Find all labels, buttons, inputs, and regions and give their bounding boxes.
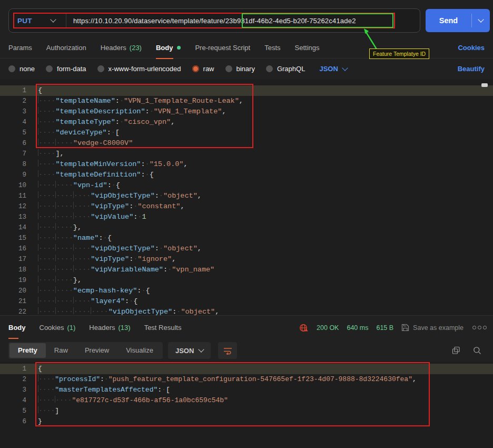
radio-raw[interactable]: raw: [192, 65, 214, 73]
postman-window: PUT https://10.10.20.90/dataservice/temp…: [0, 0, 493, 448]
radio-graphql[interactable]: GraphQL: [266, 65, 305, 73]
line-number: 14: [0, 222, 26, 233]
response-body-editor[interactable]: 1{2····"processId":·"push_feature_templa…: [0, 362, 493, 448]
send-options-button[interactable]: [472, 20, 490, 22]
line-number: 3: [0, 106, 26, 117]
radio-selected-icon: [192, 65, 199, 72]
radio-binary[interactable]: binary: [225, 65, 255, 73]
line-number: 5: [0, 128, 26, 138]
view-preview[interactable]: Preview: [76, 343, 117, 358]
code-line: 5····"deviceType":·[: [0, 128, 493, 138]
radio-none[interactable]: none: [8, 65, 35, 73]
line-number: 13: [0, 212, 26, 222]
code-line: 19········},: [0, 275, 493, 286]
view-visualize[interactable]: Visualize: [117, 343, 162, 358]
line-number: 2: [0, 96, 26, 106]
line-number: 2: [0, 374, 26, 385]
tab-body[interactable]: Body: [156, 37, 181, 59]
line-number: 3: [0, 385, 26, 395]
code-line: 6········"vedge-C8000V": [0, 138, 493, 149]
copy-button[interactable]: [452, 346, 460, 355]
response-language-select[interactable]: JSON: [168, 342, 211, 359]
copy-icon: [452, 346, 460, 355]
tab-pre-request-script[interactable]: Pre-request Script: [195, 37, 250, 59]
code-line: 15········"name":·{: [0, 233, 493, 244]
radio-icon: [97, 65, 104, 72]
send-button[interactable]: Send: [426, 9, 490, 32]
line-number: 15: [0, 233, 26, 244]
response-size[interactable]: 615 B: [376, 324, 393, 332]
line-number: 6: [0, 138, 26, 149]
line-number: 7: [0, 149, 26, 159]
url-prefix: https://10.10.20.90/dataservice/template…: [73, 17, 225, 25]
save-as-example-button[interactable]: Save as example: [401, 324, 464, 332]
request-body-editor[interactable]: 1{2····"templateName":·"VPN_1_Template_R…: [0, 79, 493, 315]
line-number: 9: [0, 170, 26, 180]
line-number: 16: [0, 244, 26, 254]
radio-x-www-form-urlencoded[interactable]: x-www-form-urlencoded: [97, 65, 181, 73]
response-tab-body[interactable]: Body: [8, 317, 26, 338]
url-input[interactable]: https://10.10.20.90/dataservice/template…: [66, 17, 356, 25]
more-options-button[interactable]: [472, 326, 487, 329]
tab-tests[interactable]: Tests: [264, 37, 280, 59]
wrap-text-button[interactable]: [218, 342, 237, 359]
search-icon: [473, 346, 481, 355]
language-select[interactable]: JSON: [319, 65, 347, 73]
code-line: 13············"vipValue":·1: [0, 212, 493, 222]
response-tools: [452, 346, 481, 355]
code-line: 3····"templateDescription":·"VPN_1_Templ…: [0, 106, 493, 117]
code-line: 7····],: [0, 149, 493, 159]
scrollbar-thumb[interactable]: [481, 83, 488, 87]
tab-authorization[interactable]: Authorization: [46, 37, 86, 59]
code-line: 10········"vpn-id":·{: [0, 180, 493, 191]
body-type-bar: none form-data x-www-form-urlencoded raw…: [0, 59, 493, 79]
tab-headers[interactable]: Headers(23): [101, 37, 142, 59]
request-tabs: Params Authorization Headers(23) Body Pr…: [0, 37, 493, 59]
view-raw[interactable]: Raw: [46, 343, 76, 358]
line-number: 6: [0, 416, 26, 427]
line-number: 10: [0, 180, 26, 191]
code-line: 4········"e817727c-d53f-466b-af56-1a0bc6…: [0, 395, 493, 406]
radio-icon: [266, 65, 273, 72]
response-meta: 200 OK 640 ms 615 B Save as example: [299, 323, 487, 333]
code-line: 11············"vipObjectType":·"object",: [0, 191, 493, 201]
wrap-text-icon: [223, 347, 232, 355]
line-number: 1: [0, 85, 26, 96]
response-toolbar: Pretty Raw Preview Visualize JSON: [0, 339, 493, 362]
code-line: 4····"templateType":·"cisco_vpn",: [0, 117, 493, 128]
radio-icon: [46, 65, 53, 72]
code-line: 9····"templateDefinition":·{: [0, 170, 493, 180]
response-tab-test-results[interactable]: Test Results: [144, 317, 182, 338]
chevron-down-icon: [342, 65, 348, 71]
line-number: 19: [0, 275, 26, 286]
network-warning-icon[interactable]: [299, 323, 309, 333]
method-selector[interactable]: PUT: [9, 17, 66, 25]
line-number: 11: [0, 191, 26, 201]
response-tab-cookies[interactable]: Cookies(1): [40, 317, 76, 338]
line-number: 8: [0, 159, 26, 170]
headers-count-badge: (23): [130, 44, 142, 52]
code-line: 22················"vipObjectType":·"obje…: [0, 307, 493, 315]
response-tab-headers[interactable]: Headers(13): [89, 317, 130, 338]
tab-params[interactable]: Params: [8, 37, 32, 59]
radio-form-data[interactable]: form-data: [46, 65, 86, 73]
line-number: 22: [0, 307, 26, 315]
line-number: 1: [0, 364, 26, 374]
beautify-link[interactable]: Beautify: [458, 65, 485, 73]
status-badge[interactable]: 200 OK: [317, 324, 339, 332]
line-number: 21: [0, 296, 26, 307]
view-pretty[interactable]: Pretty: [9, 343, 46, 358]
code-line: 2····"templateName":·"VPN_1_Template_Rou…: [0, 96, 493, 106]
response-time[interactable]: 640 ms: [347, 324, 368, 332]
cookies-link[interactable]: Cookies: [458, 44, 485, 52]
chevron-down-icon: [478, 16, 484, 22]
search-button[interactable]: [473, 346, 481, 355]
chevron-down-icon: [50, 16, 56, 22]
code-line: 16············"vipObjectType":·"object",: [0, 244, 493, 254]
line-number: 20: [0, 286, 26, 296]
code-line: 17············"vipType":·"ignore",: [0, 254, 493, 265]
tab-settings[interactable]: Settings: [295, 37, 320, 59]
code-line: 18············"vipVariableName":·"vpn_na…: [0, 265, 493, 275]
view-switcher: Pretty Raw Preview Visualize: [8, 342, 163, 359]
code-line: 14········},: [0, 222, 493, 233]
